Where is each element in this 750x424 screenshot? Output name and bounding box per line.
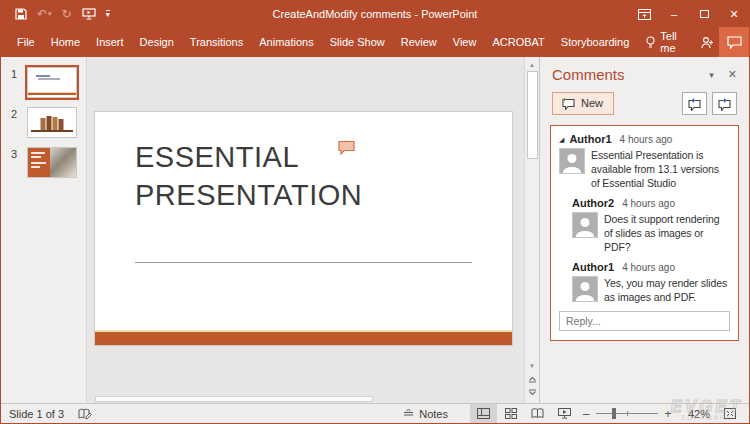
comment-marker-icon[interactable]	[337, 140, 357, 157]
next-slide-button[interactable]	[528, 386, 537, 403]
share-button[interactable]	[694, 27, 719, 57]
tab-animations[interactable]: Animations	[251, 27, 321, 57]
comment-thread[interactable]: ◢ Author1 4 hours ago Essential Presenta…	[550, 125, 739, 341]
status-left: Slide 1 of 3	[1, 408, 92, 420]
slide-canvas[interactable]: ESSENTIAL PRESENTATION	[94, 111, 513, 346]
redo-icon[interactable]: ↻	[62, 7, 72, 21]
scroll-down-icon[interactable]: ▼	[529, 358, 535, 372]
previous-slide-button[interactable]	[528, 372, 537, 386]
horizontal-scrollbar[interactable]	[95, 396, 373, 402]
ribbon-display-options-icon[interactable]	[629, 1, 659, 27]
reply-body: Yes, you may render slides as images and…	[572, 276, 730, 304]
title-bar: CreateAndModify comments - PowerPoint ↶▾…	[1, 1, 749, 27]
zoom-in-button[interactable]: +	[660, 407, 676, 421]
fit-slide-to-window-button[interactable]	[716, 404, 743, 423]
thumbnail-row-2: 2	[1, 107, 86, 138]
zoom-slider-knob[interactable]	[612, 408, 616, 419]
thumbnail-row-3: 3	[1, 147, 86, 178]
tab-transitions[interactable]: Transitions	[182, 27, 251, 57]
slide-number: 1	[1, 67, 27, 80]
tab-view[interactable]: View	[445, 27, 485, 57]
proofing-icon[interactable]	[78, 408, 92, 420]
powerpoint-window: CreateAndModify comments - PowerPoint ↶▾…	[0, 0, 750, 424]
comment-text: Yes, you may render slides as images and…	[604, 276, 730, 304]
zoom-level[interactable]: 42%	[676, 408, 710, 420]
save-icon[interactable]	[15, 8, 27, 20]
slide-sorter-view-button[interactable]	[497, 404, 524, 423]
notes-toggle[interactable]: Notes	[403, 408, 448, 420]
slide-thumbnail-panel: 1 2	[1, 57, 87, 403]
close-button[interactable]: ✕	[719, 1, 749, 27]
status-right: Notes – + 42%	[403, 404, 749, 423]
pane-close-icon[interactable]: ✕	[728, 68, 737, 81]
normal-view-button[interactable]	[470, 404, 497, 423]
slide-indicator: Slide 1 of 3	[9, 408, 64, 420]
comments-pane: Comments ▾ ✕ New ◢ A	[539, 57, 749, 403]
slide-title-text[interactable]: ESSENTIAL PRESENTATION	[135, 138, 362, 214]
tab-insert[interactable]: Insert	[88, 27, 132, 57]
reply-header: Author2 4 hours ago	[572, 197, 730, 209]
tab-slide-show[interactable]: Slide Show	[322, 27, 393, 57]
reading-view-button[interactable]	[524, 404, 551, 423]
tab-design[interactable]: Design	[132, 27, 182, 57]
comment-text: Does it support rendering of slides as i…	[604, 212, 730, 254]
new-comment-button[interactable]: New	[552, 92, 614, 115]
thumbnail-row-1: 1	[1, 67, 86, 98]
window-controls: – ✕	[629, 1, 749, 27]
start-from-beginning-icon[interactable]	[82, 8, 96, 20]
minimize-button[interactable]: –	[659, 1, 689, 27]
new-comment-label: New	[581, 97, 603, 109]
slide-number: 3	[1, 147, 27, 160]
pane-dropdown-icon[interactable]: ▾	[695, 70, 728, 80]
comment-header: ◢ Author1 4 hours ago	[559, 133, 730, 145]
show-comments-button[interactable]	[719, 27, 749, 57]
comments-pane-header: Comments ▾ ✕	[540, 57, 749, 85]
comments-toolbar: New	[540, 85, 749, 117]
comment-body: Essential Presentation is available from…	[559, 148, 730, 190]
comment-author: Author1	[569, 133, 611, 145]
slide-accent-band	[95, 330, 512, 345]
notes-label: Notes	[419, 408, 448, 420]
maximize-button[interactable]	[689, 1, 719, 27]
reply-body: Does it support rendering of slides as i…	[572, 212, 730, 254]
customize-quick-access-icon[interactable]: ▾	[106, 10, 110, 18]
scroll-up-icon[interactable]: ▲	[529, 57, 535, 71]
avatar	[559, 148, 585, 174]
tell-me-label: Tell me	[660, 30, 686, 54]
comment-author: Author2	[572, 197, 614, 209]
ribbon-tab-row: File Home Insert Design Transitions Anim…	[1, 27, 749, 57]
slide-show-view-button[interactable]	[551, 404, 578, 423]
scrollbar-thumb[interactable]	[527, 71, 538, 159]
next-comment-button[interactable]	[712, 92, 737, 115]
zoom-slider[interactable]	[596, 404, 658, 423]
comments-pane-title: Comments	[552, 66, 695, 83]
collapse-thread-icon[interactable]: ◢	[559, 136, 564, 144]
slide-thumbnail-2[interactable]	[27, 107, 77, 138]
comment-author: Author1	[572, 261, 614, 273]
tell-me-box[interactable]: Tell me	[637, 27, 694, 57]
tab-file[interactable]: File	[9, 27, 43, 57]
reply-input[interactable]	[559, 311, 730, 331]
slide-editor: ESSENTIAL PRESENTATION ▲ ▼	[87, 57, 539, 403]
comment-replies: Author2 4 hours ago Does it support rend…	[572, 197, 730, 304]
tab-acrobat[interactable]: ACROBAT	[484, 27, 552, 57]
lightbulb-icon	[645, 36, 656, 49]
undo-icon[interactable]: ↶▾	[37, 7, 52, 21]
tab-home[interactable]: Home	[43, 27, 88, 57]
zoom-out-button[interactable]: –	[578, 407, 594, 421]
previous-comment-button[interactable]	[682, 92, 707, 115]
comment-time: 4 hours ago	[622, 262, 675, 273]
comment-time: 4 hours ago	[622, 198, 675, 209]
quick-access-toolbar: ↶▾ ↻ ▾	[1, 1, 110, 27]
avatar	[572, 212, 598, 238]
tab-storyboarding[interactable]: Storyboarding	[553, 27, 638, 57]
slide-thumbnail-3[interactable]	[27, 147, 77, 178]
slide-number: 2	[1, 107, 27, 120]
comment-time: 4 hours ago	[620, 134, 673, 145]
tab-review[interactable]: Review	[393, 27, 445, 57]
slide-thumbnail-1[interactable]	[27, 67, 77, 98]
slide-divider-line	[135, 262, 472, 263]
comment-text: Essential Presentation is available from…	[591, 148, 730, 190]
vertical-scrollbar[interactable]: ▲ ▼	[524, 57, 539, 403]
avatar	[572, 276, 598, 302]
